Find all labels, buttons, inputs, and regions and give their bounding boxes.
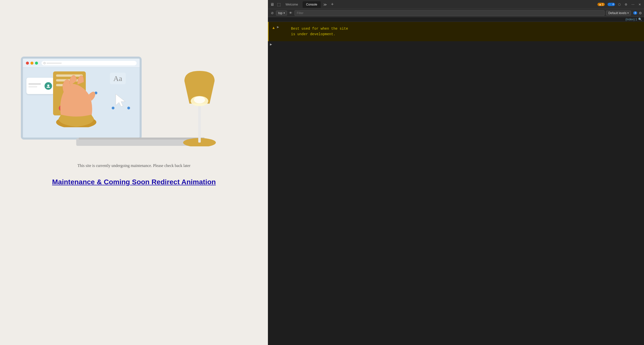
console-expand-row: ▶ (268, 41, 644, 48)
toolbar-badge: 4 (633, 11, 637, 15)
eye-icon[interactable]: 👁 (289, 11, 293, 15)
dot-node-3 (127, 107, 130, 109)
hand-illustration (54, 72, 99, 128)
search-bar-mock (42, 61, 137, 65)
expand-console-icon[interactable]: ▶ (270, 43, 272, 46)
devtools-toolbar: ⊘ top ▾ 👁 Default levels ▾ 4 ⚙ (268, 9, 644, 17)
console-line-1: Best used for when the site (291, 27, 348, 31)
top-selector-label: top (278, 11, 283, 15)
console-message-text: Best used for when the site is under dev… (281, 22, 644, 41)
devtools-panel: 🖥 ⬚ Welcome Console ≫ + ▲ 1 🔵 4 ⬡ ⚙ ⋯ ✕ … (268, 0, 644, 345)
svg-point-1 (47, 84, 49, 87)
screen-header (23, 59, 140, 68)
toolbar-settings-icon[interactable]: ⚙ (639, 11, 642, 15)
tab-welcome[interactable]: Welcome (282, 1, 302, 8)
frame-selector[interactable]: top ▾ (276, 11, 287, 16)
console-line-2: is under development. (291, 32, 335, 36)
selector-chevron: ▾ (284, 12, 285, 14)
clear-console-icon[interactable]: ⊘ (270, 11, 274, 15)
search-line (47, 63, 62, 63)
svg-marker-2 (116, 94, 125, 107)
more-options-icon[interactable]: ⋯ (630, 2, 635, 7)
device-toggle-icon[interactable]: 🖥 (270, 2, 274, 7)
close-icon[interactable]: ✕ (637, 2, 642, 7)
network-icon[interactable]: ⬡ (617, 2, 622, 7)
console-file-link[interactable]: (index):1 (625, 18, 637, 21)
warning-triangle-icon: ▲ (272, 25, 275, 30)
blue-badge: 🔵 4 (608, 3, 615, 6)
tab-add-icon[interactable]: + (330, 2, 335, 7)
tab-console[interactable]: Console (303, 1, 321, 8)
browser-content-area: Aa (0, 0, 268, 345)
svg-point-6 (194, 96, 205, 103)
search-in-console-icon[interactable]: 🔍 (638, 18, 642, 21)
warning-badge: ▲ 1 (597, 3, 605, 6)
typography-element: Aa (110, 73, 126, 84)
maintenance-text: This site is currently undergoing mainte… (52, 163, 216, 168)
settings-icon[interactable]: ⚙ (624, 2, 628, 7)
dot-red (26, 62, 29, 65)
levels-chevron: ▾ (627, 12, 629, 14)
page-link[interactable]: Maintenance & Coming Soon Redirect Anima… (52, 178, 216, 186)
main-text-area: This site is currently undergoing mainte… (27, 163, 241, 186)
svg-rect-4 (198, 104, 201, 143)
search-icon-mock (44, 62, 46, 64)
lamp-illustration (177, 68, 222, 146)
levels-selector[interactable]: Default levels ▾ (606, 11, 631, 16)
console-link-line: (index):1 🔍 (268, 17, 644, 22)
tab-more-icon[interactable]: ≫ (322, 3, 329, 7)
levels-label: Default levels (608, 11, 626, 15)
filter-input[interactable] (295, 10, 605, 16)
warning-indicator: ▲ ▶ (269, 22, 281, 33)
illustration-area: Aa (46, 20, 222, 153)
devtools-content: (index):1 🔍 ▲ ▶ Best used for when the s… (268, 17, 644, 345)
devtools-tabs: 🖥 ⬚ Welcome Console ≫ + ▲ 1 🔵 4 ⬡ ⚙ ⋯ ✕ (268, 0, 644, 9)
dot-node-2 (112, 107, 114, 109)
avatar-circle (45, 82, 52, 90)
profile-line-1 (28, 83, 41, 85)
console-message-row: ▲ ▶ Best used for when the site is under… (268, 22, 644, 41)
dot-yellow (30, 62, 33, 65)
expand-arrow-icon[interactable]: ▶ (277, 25, 279, 29)
profile-lines (28, 83, 43, 89)
inspect-icon[interactable]: ⬚ (276, 2, 281, 7)
profile-line-2 (28, 86, 37, 88)
cursor-arrow (114, 93, 127, 108)
profile-card (26, 78, 54, 94)
tab-icons-group: ▲ 1 🔵 4 ⬡ ⚙ ⋯ ✕ (597, 2, 642, 7)
dot-green (35, 62, 38, 65)
